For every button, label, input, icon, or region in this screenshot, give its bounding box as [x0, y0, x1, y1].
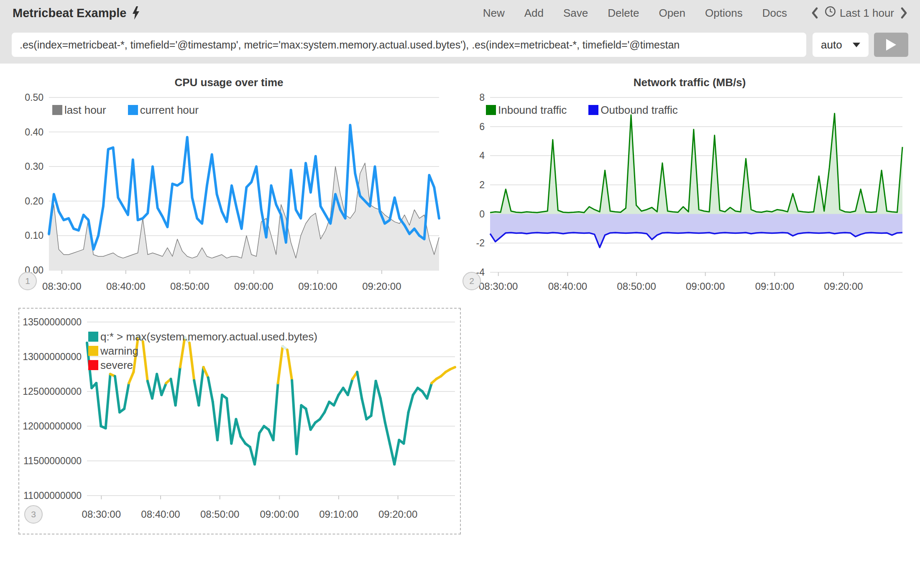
menu-item-delete[interactable]: Delete	[608, 7, 639, 20]
chart-legend: q:* > max(system.memory.actual.used.byte…	[88, 330, 317, 372]
svg-text:09:10:00: 09:10:00	[755, 281, 794, 292]
chart-panel-network-traffic[interactable]: Network traffic (MB/s) 86420-2-408:30:00…	[472, 70, 907, 304]
legend-label: last hour	[64, 104, 106, 117]
clock-icon	[825, 6, 836, 20]
svg-text:09:20:00: 09:20:00	[362, 281, 401, 292]
svg-text:08:30:00: 08:30:00	[42, 281, 81, 292]
legend-swatch	[128, 105, 138, 115]
menu-item-options[interactable]: Options	[705, 7, 743, 20]
legend-item-1[interactable]: warning	[88, 344, 138, 358]
legend-label: severe	[100, 359, 133, 372]
legend-label: q:* > max(system.memory.actual.used.byte…	[100, 330, 317, 343]
navbar-menu: New Add Save Delete Open Options Docs	[483, 7, 787, 20]
lightning-bolt-icon	[132, 6, 140, 21]
svg-text:08:50:00: 08:50:00	[200, 509, 239, 520]
svg-text:2: 2	[479, 179, 485, 190]
svg-text:09:20:00: 09:20:00	[378, 509, 417, 520]
svg-text:08:40:00: 08:40:00	[106, 281, 145, 292]
svg-text:0.30: 0.30	[25, 161, 43, 172]
query-bar: auto	[0, 26, 920, 64]
kibana-timelion-page: Metricbeat Example New Add Save Delete O…	[0, 0, 920, 588]
svg-text:08:50:00: 08:50:00	[617, 281, 656, 292]
legend-item-0[interactable]: q:* > max(system.memory.actual.used.byte…	[88, 330, 317, 344]
legend-swatch	[88, 360, 98, 370]
svg-text:0.40: 0.40	[25, 127, 43, 138]
time-range-label: Last 1 hour	[840, 7, 894, 20]
chevron-down-icon	[853, 43, 860, 47]
time-picker: Last 1 hour	[811, 6, 907, 20]
svg-text:8: 8	[479, 92, 485, 103]
svg-text:0.10: 0.10	[25, 230, 43, 241]
svg-text:09:00:00: 09:00:00	[234, 281, 273, 292]
interval-select[interactable]: auto	[813, 33, 869, 57]
svg-text:11000000000: 11000000000	[23, 490, 82, 501]
svg-text:09:00:00: 09:00:00	[686, 281, 725, 292]
svg-text:08:40:00: 08:40:00	[141, 509, 180, 520]
svg-text:0.50: 0.50	[25, 92, 43, 103]
time-range-button[interactable]: Last 1 hour	[825, 6, 894, 20]
time-back-button[interactable]	[811, 7, 818, 19]
legend-swatch	[88, 332, 98, 342]
legend-item-1[interactable]: current hour	[128, 103, 199, 117]
menu-item-open[interactable]: Open	[659, 7, 685, 20]
svg-text:0.20: 0.20	[25, 196, 43, 207]
svg-text:-2: -2	[476, 238, 485, 248]
svg-text:11500000000: 11500000000	[23, 455, 82, 466]
play-button[interactable]	[874, 33, 908, 57]
panel-number-badge: 1	[18, 272, 37, 290]
legend-label: current hour	[140, 104, 199, 117]
panel-number-badge: 3	[24, 505, 43, 524]
panel-number-badge: 2	[463, 272, 481, 290]
timelion-expression-input[interactable]	[12, 33, 806, 57]
svg-text:08:50:00: 08:50:00	[170, 281, 209, 292]
svg-text:09:10:00: 09:10:00	[319, 509, 358, 520]
legend-label: warning	[100, 345, 138, 358]
chart-panel-memory-used[interactable]: 1350000000013000000000125000000001200000…	[18, 308, 461, 534]
svg-text:12500000000: 12500000000	[23, 386, 82, 397]
svg-text:4: 4	[479, 150, 485, 161]
chart-legend: Inbound trafficOutbound traffic	[486, 103, 700, 117]
chart-legend: last hourcurrent hour	[52, 103, 220, 117]
legend-label: Inbound traffic	[498, 104, 567, 117]
menu-item-add[interactable]: Add	[524, 7, 544, 20]
time-forward-button[interactable]	[901, 7, 907, 19]
svg-text:09:20:00: 09:20:00	[824, 281, 863, 292]
menu-item-new[interactable]: New	[483, 7, 505, 20]
svg-text:13500000000: 13500000000	[23, 317, 82, 327]
interval-value: auto	[821, 38, 842, 51]
svg-text:08:30:00: 08:30:00	[82, 509, 121, 520]
legend-swatch	[486, 105, 496, 115]
legend-label: Outbound traffic	[601, 104, 678, 117]
app-title: Metricbeat Example	[13, 6, 126, 20]
svg-text:09:00:00: 09:00:00	[260, 509, 299, 520]
legend-swatch	[588, 105, 598, 115]
legend-swatch	[88, 346, 98, 356]
legend-item-0[interactable]: Inbound traffic	[486, 103, 567, 117]
svg-text:0: 0	[479, 209, 485, 220]
menu-item-save[interactable]: Save	[563, 7, 588, 20]
svg-text:13000000000: 13000000000	[23, 351, 82, 362]
top-navbar: Metricbeat Example New Add Save Delete O…	[0, 0, 920, 26]
chart-panel-cpu-usage[interactable]: CPU usage over time 0.500.400.300.200.10…	[13, 70, 445, 304]
svg-text:08:40:00: 08:40:00	[548, 281, 587, 292]
legend-item-0[interactable]: last hour	[52, 103, 106, 117]
svg-text:6: 6	[479, 121, 485, 132]
legend-item-1[interactable]: Outbound traffic	[588, 103, 678, 117]
svg-text:08:30:00: 08:30:00	[479, 281, 518, 292]
legend-swatch	[52, 105, 62, 115]
legend-item-2[interactable]: severe	[88, 358, 133, 372]
play-icon	[885, 38, 897, 51]
svg-text:09:10:00: 09:10:00	[298, 281, 337, 292]
svg-text:12000000000: 12000000000	[23, 421, 82, 432]
menu-item-docs[interactable]: Docs	[762, 7, 787, 20]
